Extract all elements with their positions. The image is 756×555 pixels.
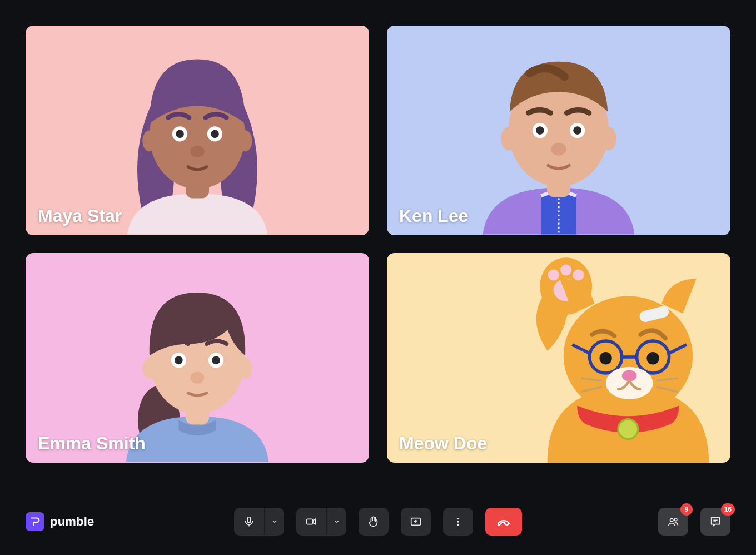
chat-icon [709, 516, 722, 528]
chat-count-badge: 16 [721, 503, 735, 516]
svg-point-52 [457, 524, 459, 526]
svg-point-33 [573, 269, 584, 280]
avatar [26, 253, 369, 463]
camera-icon [305, 516, 317, 528]
call-toolbar: pumble [0, 488, 756, 555]
svg-point-27 [212, 356, 220, 364]
svg-point-8 [190, 146, 204, 157]
more-vertical-icon [452, 516, 464, 528]
share-screen-button[interactable] [401, 508, 431, 536]
microphone-icon [243, 516, 255, 528]
svg-point-31 [548, 269, 559, 280]
svg-point-53 [670, 519, 674, 522]
raise-hand-button[interactable] [359, 508, 389, 536]
center-controls [234, 508, 522, 536]
microphone-toggle-button[interactable] [234, 508, 264, 536]
participant-name: Emma Smith [38, 433, 146, 454]
svg-point-3 [238, 131, 252, 152]
participant-tile-maya-star[interactable]: Maya Star [26, 26, 369, 235]
camera-control [296, 508, 346, 536]
hang-up-icon [496, 514, 511, 529]
participant-name: Ken Lee [399, 206, 468, 226]
chevron-down-icon [334, 518, 340, 525]
participant-name: Maya Star [38, 206, 122, 226]
raise-hand-icon [367, 516, 380, 528]
svg-point-25 [175, 356, 183, 364]
participant-tile-emma-smith[interactable]: Emma Smith [26, 253, 369, 463]
microphone-control [234, 508, 284, 536]
participant-tile-ken-lee[interactable]: Ken Lee [387, 26, 730, 235]
svg-point-51 [457, 521, 459, 522]
svg-point-32 [560, 264, 571, 275]
chevron-down-icon [271, 518, 278, 525]
participant-tile-meow-doe[interactable]: Meow Doe [387, 253, 730, 463]
svg-point-7 [211, 130, 219, 138]
svg-point-15 [536, 126, 544, 135]
more-options-button[interactable] [443, 508, 473, 536]
svg-point-50 [457, 518, 459, 519]
share-screen-icon [410, 516, 422, 528]
brand: pumble [26, 512, 94, 531]
svg-point-17 [573, 126, 581, 135]
hang-up-button[interactable] [485, 508, 522, 536]
svg-point-23 [238, 358, 252, 379]
svg-point-12 [501, 127, 516, 150]
svg-rect-48 [307, 519, 313, 524]
camera-options-button[interactable] [326, 508, 346, 536]
avatar [387, 26, 730, 235]
svg-point-54 [674, 518, 677, 521]
right-controls: 9 16 [658, 508, 730, 536]
svg-rect-47 [247, 517, 251, 523]
avatar [26, 26, 369, 235]
svg-point-43 [646, 352, 659, 364]
svg-point-5 [176, 130, 184, 138]
participants-count-badge: 9 [680, 503, 693, 516]
svg-point-13 [601, 127, 616, 150]
microphone-options-button[interactable] [264, 508, 284, 536]
svg-point-34 [618, 419, 638, 439]
video-grid: Maya Star [0, 0, 756, 488]
people-icon [667, 516, 679, 528]
camera-toggle-button[interactable] [296, 508, 326, 536]
svg-point-28 [190, 372, 204, 384]
svg-point-18 [551, 143, 566, 156]
brand-logo-icon [26, 512, 44, 531]
brand-name: pumble [50, 514, 94, 529]
participant-name: Meow Doe [399, 433, 487, 454]
svg-point-22 [142, 358, 156, 379]
svg-point-2 [142, 131, 156, 152]
svg-point-42 [599, 352, 611, 364]
avatar [387, 253, 730, 463]
